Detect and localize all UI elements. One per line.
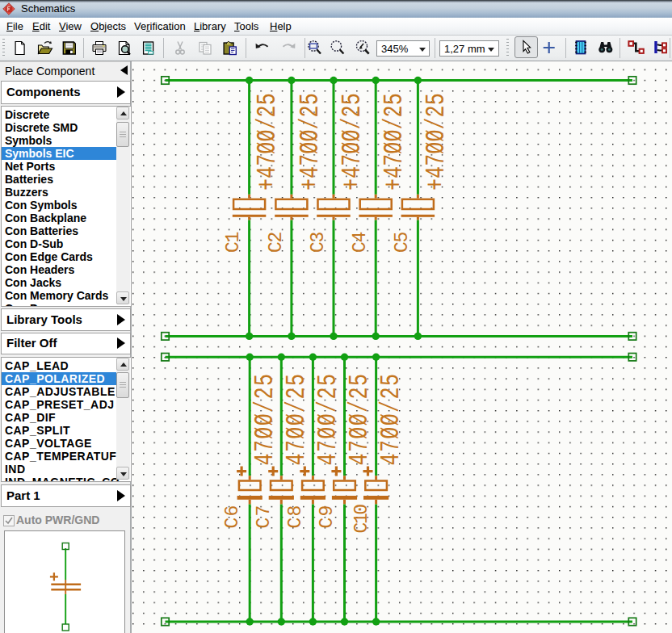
svg-text:+47ØØ/25: +47ØØ/25 (336, 93, 368, 191)
svg-text:47ØØ/25: 47ØØ/25 (249, 373, 280, 466)
svg-text:C3: C3 (308, 232, 329, 253)
svg-text:47ØØ/25: 47ØØ/25 (280, 373, 312, 466)
svg-text:+47ØØ/25: +47ØØ/25 (421, 93, 452, 191)
svg-text:+47ØØ/25: +47ØØ/25 (294, 93, 326, 191)
svg-text:+47ØØ/25: +47ØØ/25 (252, 93, 284, 191)
svg-text:47ØØ/25: 47ØØ/25 (376, 373, 407, 466)
svg-text:C6: C6 (222, 504, 243, 528)
svg-text:C2: C2 (266, 232, 287, 253)
svg-text:C10: C10 (351, 505, 372, 534)
svg-text:C7: C7 (254, 504, 275, 528)
svg-text:C8: C8 (285, 504, 306, 528)
svg-text:+47ØØ/25: +47ØØ/25 (378, 93, 410, 191)
svg-text:47ØØ/25: 47ØØ/25 (343, 373, 375, 466)
svg-text:47ØØ/25: 47ØØ/25 (312, 373, 343, 466)
svg-text:C1: C1 (223, 232, 244, 253)
svg-text:C5: C5 (392, 232, 413, 253)
svg-text:C4: C4 (350, 232, 371, 253)
svg-text:C9: C9 (317, 504, 338, 528)
